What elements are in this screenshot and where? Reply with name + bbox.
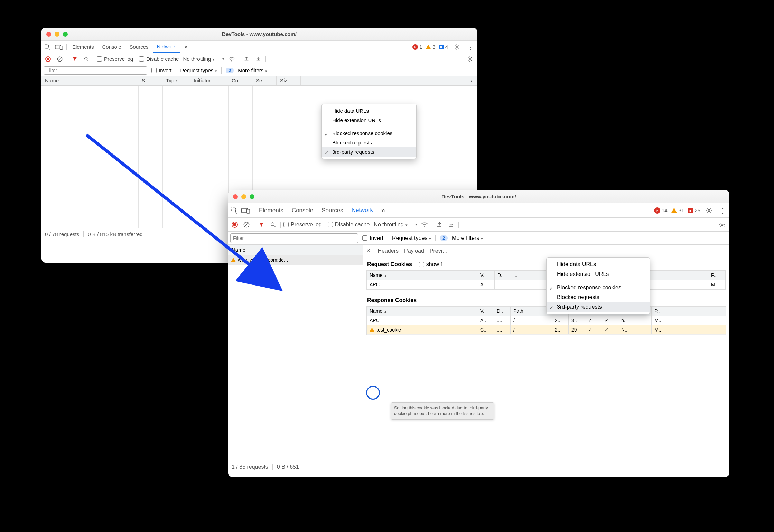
tab-elements[interactable]: Elements	[255, 203, 288, 217]
filter-item-3rd-party-requests[interactable]: 3rd-party requests	[322, 147, 416, 157]
tab-sources[interactable]: Sources	[125, 41, 153, 53]
issues-count[interactable]: ■ 4	[439, 44, 448, 50]
warning-count[interactable]: 31	[671, 207, 684, 213]
col-name[interactable]: Name▲	[367, 271, 477, 280]
col-name[interactable]: Name	[41, 76, 138, 85]
filter-item-hide-extension-urls[interactable]: Hide extension URLs	[547, 269, 650, 279]
request-types-dropdown[interactable]: Request types ▾	[180, 67, 217, 73]
tab-network[interactable]: Network	[153, 41, 180, 53]
filter-input[interactable]	[44, 66, 147, 75]
col-siz[interactable]: Siz…	[277, 76, 301, 85]
col-d[interactable]: D..	[494, 307, 511, 316]
wifi-icon[interactable]	[227, 55, 236, 64]
tab-console[interactable]: Console	[288, 203, 317, 217]
tabs-more-icon[interactable]: »	[377, 203, 389, 217]
tab-network[interactable]: Network	[347, 203, 377, 217]
kebab-menu-icon[interactable]: ⋮	[465, 42, 476, 52]
settings-icon[interactable]	[704, 205, 714, 216]
col-p2[interactable]: P..	[652, 307, 668, 316]
filter-item-blocked-response-cookies[interactable]: Blocked response cookies	[547, 283, 650, 292]
filter-icon[interactable]	[257, 220, 266, 229]
close-icon[interactable]	[233, 194, 238, 199]
throttling-select[interactable]: No throttling ▾	[183, 56, 215, 62]
filter-item-blocked-requests[interactable]: Blocked requests	[322, 138, 416, 147]
tab-elements[interactable]: Elements	[68, 41, 98, 53]
request-row[interactable]: www.youtube.com;dc…	[228, 255, 363, 265]
show-filtered-label: show f	[426, 261, 442, 268]
search-icon[interactable]	[269, 220, 278, 229]
col-waterfall[interactable]: ▲	[301, 76, 477, 85]
close-detail-icon[interactable]: ×	[366, 247, 370, 254]
preserve-log-label: Preserve log	[291, 222, 322, 228]
inspect-icon[interactable]	[41, 41, 53, 53]
minimize-icon[interactable]	[241, 194, 246, 199]
col-path[interactable]: Path	[511, 307, 552, 316]
tabs-more-icon[interactable]: »	[180, 41, 192, 53]
error-count[interactable]: × 14	[654, 207, 668, 214]
throttling-caret-icon[interactable]: ▾	[222, 57, 224, 61]
col-initiator[interactable]: Initiator	[190, 76, 228, 85]
show-filtered-checkbox[interactable]: show f	[419, 261, 442, 268]
filter-input[interactable]	[230, 233, 358, 243]
upload-icon[interactable]	[242, 55, 251, 64]
col-type[interactable]: Type	[162, 76, 190, 85]
throttling-select[interactable]: No throttling ▾	[374, 222, 407, 228]
detail-tab-preview[interactable]: Previ…	[430, 248, 448, 254]
error-count[interactable]: × 1	[412, 44, 422, 50]
clear-button[interactable]	[242, 220, 251, 229]
filter-item-blocked-response-cookies[interactable]: Blocked response cookies	[322, 129, 416, 138]
download-icon[interactable]	[447, 220, 456, 229]
col-d[interactable]: D..	[495, 271, 512, 280]
network-settings-icon[interactable]	[465, 54, 475, 64]
more-filters-dropdown[interactable]: More filters ▾	[238, 67, 267, 73]
cookie-row-blocked[interactable]: test_cookie C.. .... / 2.. 29 ✓ ✓ N.. M.…	[367, 325, 726, 335]
minimize-icon[interactable]	[55, 32, 59, 37]
request-types-dropdown[interactable]: Request types ▾	[392, 235, 431, 241]
col-v[interactable]: V..	[477, 307, 494, 316]
more-filters-dropdown[interactable]: More filters ▾	[452, 235, 483, 241]
device-icon[interactable]	[240, 205, 252, 216]
requests-list-header[interactable]: Name	[228, 245, 363, 255]
cookie-row[interactable]: APC A.. .... / 2.. 3.. ✓ ✓ n.. M..	[367, 316, 726, 325]
tab-sources[interactable]: Sources	[317, 203, 347, 217]
tab-console[interactable]: Console	[98, 41, 125, 53]
invert-checkbox[interactable]: Invert	[362, 235, 383, 241]
filter-item-blocked-requests[interactable]: Blocked requests	[547, 292, 650, 302]
disable-cache-checkbox[interactable]: Disable cache	[328, 222, 370, 228]
upload-icon[interactable]	[435, 220, 444, 229]
network-settings-icon[interactable]	[717, 220, 727, 230]
search-icon[interactable]	[82, 55, 91, 64]
close-icon[interactable]	[46, 32, 51, 37]
filter-icon[interactable]	[70, 55, 79, 64]
filter-item-hide-data-urls[interactable]: Hide data URLs	[547, 260, 650, 269]
maximize-icon[interactable]	[63, 32, 68, 37]
clear-button[interactable]	[55, 55, 64, 64]
col-co[interactable]: Co…	[228, 76, 252, 85]
detail-tab-headers[interactable]: Headers	[378, 248, 399, 254]
detail-tab-payload[interactable]: Payload	[404, 248, 424, 254]
col-se[interactable]: Se…	[252, 76, 277, 85]
col-v[interactable]: V..	[477, 271, 495, 280]
col-name[interactable]: Name▲	[367, 307, 477, 316]
preserve-log-checkbox[interactable]: Preserve log	[97, 56, 133, 62]
device-icon[interactable]	[53, 41, 65, 53]
disable-cache-checkbox[interactable]: Disable cache	[139, 56, 179, 62]
throttling-caret-icon[interactable]: ▾	[415, 222, 417, 227]
warning-count[interactable]: 3	[426, 44, 435, 50]
record-button[interactable]	[230, 220, 239, 229]
invert-checkbox[interactable]: Invert	[151, 67, 172, 73]
col-status[interactable]: St…	[138, 76, 162, 85]
preserve-log-checkbox[interactable]: Preserve log	[283, 222, 322, 228]
maximize-icon[interactable]	[250, 194, 254, 199]
settings-icon[interactable]	[451, 42, 462, 52]
filter-item-hide-extension-urls[interactable]: Hide extension URLs	[322, 115, 416, 125]
issues-count[interactable]: ■ 25	[688, 207, 700, 213]
wifi-icon[interactable]	[420, 220, 429, 229]
download-icon[interactable]	[254, 55, 263, 64]
col-p[interactable]: P..	[708, 271, 726, 280]
kebab-menu-icon[interactable]: ⋮	[718, 205, 728, 216]
filter-item-hide-data-urls[interactable]: Hide data URLs	[322, 106, 416, 115]
inspect-icon[interactable]	[228, 205, 240, 216]
record-button[interactable]	[44, 55, 53, 64]
filter-item-3rd-party-requests[interactable]: 3rd-party requests	[547, 302, 650, 312]
